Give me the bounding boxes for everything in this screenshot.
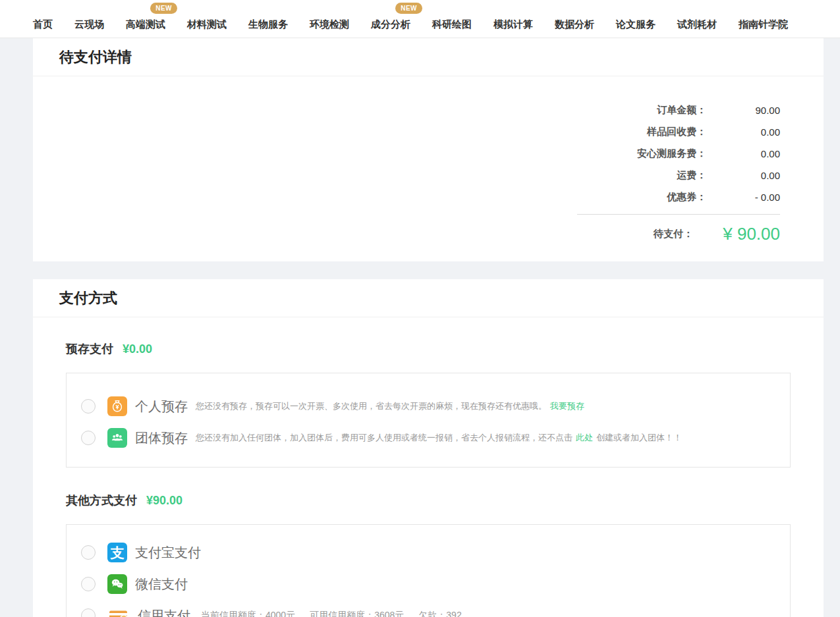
other-options-box: 支 支付宝支付 微信支付 bbox=[66, 524, 791, 617]
credit-info: 当前信用额度：4000元 可用信用额度：3608元 欠款：392 bbox=[201, 610, 462, 617]
wechat-icon bbox=[107, 574, 127, 594]
desc-text: 您还没有预存，预存可以一次开票、多次使用，省去每次开票的麻烦，现在预存还有优惠哦… bbox=[196, 401, 547, 411]
nav-label: 生物服务 bbox=[248, 18, 288, 30]
nav-item-material-test[interactable]: 材料测试 bbox=[187, 18, 227, 38]
nav-label: 高端测试 bbox=[126, 18, 165, 30]
nav-item-home[interactable]: 首页 bbox=[33, 18, 53, 38]
nav-item-highend-test[interactable]: 高端测试NEW bbox=[126, 18, 165, 38]
pending-payment-title: 待支付详情 bbox=[33, 38, 824, 76]
credit-card-icon bbox=[107, 606, 130, 617]
nav-item-data-analysis[interactable]: 数据分析 bbox=[555, 18, 594, 38]
summary-value: - 0.00 bbox=[706, 192, 780, 203]
order-summary: 订单金额： 90.00 样品回收费： 0.00 安心测服务费： 0.00 运费：… bbox=[577, 104, 780, 244]
total-amount: ¥ 90.00 bbox=[693, 224, 780, 244]
credit-available-limit: 可用信用额度：3608元 bbox=[310, 610, 404, 617]
top-navbar: 首页 云现场 高端测试NEW 材料测试 生物服务 环境检测 成分分析NEW 科研… bbox=[0, 0, 840, 38]
summary-total-row: 待支付： ¥ 90.00 bbox=[577, 224, 780, 244]
summary-row-sample-return-fee: 样品回收费： 0.00 bbox=[577, 126, 780, 138]
credit-current-limit: 当前信用额度：4000元 bbox=[201, 610, 295, 617]
nav-label: 首页 bbox=[33, 18, 53, 30]
new-badge: NEW bbox=[150, 3, 177, 14]
nav-label: 试剂耗材 bbox=[677, 18, 717, 30]
option-name: 支付宝支付 bbox=[135, 544, 201, 562]
summary-label: 运费： bbox=[677, 169, 706, 182]
option-credit[interactable]: 信用支付 当前信用额度：4000元 可用信用额度：3608元 欠款：392 bbox=[67, 600, 790, 617]
nav-item-simulation[interactable]: 模拟计算 bbox=[493, 18, 533, 38]
summary-label: 优惠券： bbox=[667, 191, 706, 203]
nav-item-sci-drawing[interactable]: 科研绘图 bbox=[432, 18, 472, 38]
option-name: 信用支付 bbox=[138, 607, 190, 617]
option-name: 团体预存 bbox=[135, 429, 188, 447]
wechat-radio[interactable] bbox=[81, 577, 96, 591]
option-name: 个人预存 bbox=[135, 398, 188, 416]
option-description: 您还没有加入任何团体，加入团体后，费用可多人使用或者统一报销，省去个人报销流程，… bbox=[196, 432, 682, 444]
nav-item-env-test[interactable]: 环境检测 bbox=[310, 18, 349, 38]
nav-label: 数据分析 bbox=[555, 18, 594, 30]
nav-label: 科研绘图 bbox=[432, 18, 472, 30]
summary-row-order-amount: 订单金额： 90.00 bbox=[577, 104, 780, 117]
credit-debt: 欠款：392 bbox=[418, 610, 461, 617]
other-payment-heading: 其他方式支付¥90.00 bbox=[66, 493, 791, 508]
summary-value: 0.00 bbox=[706, 148, 780, 159]
group-people-icon bbox=[107, 428, 127, 448]
alipay-icon-glyph: 支 bbox=[111, 546, 125, 560]
personal-prestore-radio[interactable] bbox=[81, 399, 96, 414]
pending-payment-card: 待支付详情 订单金额： 90.00 样品回收费： 0.00 安心测服务费： 0.… bbox=[33, 38, 824, 261]
prestore-heading: 预存支付¥0.00 bbox=[66, 341, 791, 357]
join-group-link[interactable]: 此处 bbox=[576, 433, 593, 443]
summary-value: 90.00 bbox=[706, 105, 780, 116]
nav-item-reagent[interactable]: 试剂耗材 bbox=[677, 18, 717, 38]
other-heading-label: 其他方式支付 bbox=[66, 494, 137, 507]
payment-method-title: 支付方式 bbox=[33, 279, 824, 317]
alipay-icon: 支 bbox=[107, 543, 127, 562]
summary-row-coupon: 优惠券： - 0.00 bbox=[577, 191, 780, 203]
desc-text: 创建或者加入团体！！ bbox=[596, 433, 682, 443]
nav-label: 材料测试 bbox=[187, 18, 227, 30]
total-label: 待支付： bbox=[654, 228, 693, 240]
summary-value: 0.00 bbox=[706, 126, 780, 138]
money-bag-icon bbox=[107, 396, 127, 416]
alipay-radio[interactable] bbox=[81, 545, 96, 560]
summary-label: 安心测服务费： bbox=[637, 148, 706, 160]
payment-method-card: 支付方式 预存支付¥0.00 个人预存 您还没有预存，预存可以一次开票、多次使用… bbox=[33, 279, 824, 617]
option-group-prestore[interactable]: 团体预存 您还没有加入任何团体，加入团体后，费用可多人使用或者统一报销，省去个人… bbox=[67, 422, 790, 454]
summary-row-assurance-fee: 安心测服务费： 0.00 bbox=[577, 148, 780, 160]
nav-label: 环境检测 bbox=[310, 18, 349, 30]
option-personal-prestore[interactable]: 个人预存 您还没有预存，预存可以一次开票、多次使用，省去每次开票的麻烦，现在预存… bbox=[67, 390, 790, 422]
new-badge: NEW bbox=[395, 3, 422, 14]
other-payment-amount: ¥90.00 bbox=[146, 494, 182, 507]
prestore-options-box: 个人预存 您还没有预存，预存可以一次开票、多次使用，省去每次开票的麻烦，现在预存… bbox=[66, 373, 791, 468]
desc-text: 您还没有加入任何团体，加入团体后，费用可多人使用或者统一报销，省去个人报销流程，… bbox=[196, 433, 573, 443]
option-name: 微信支付 bbox=[135, 576, 188, 593]
nav-label: 云现场 bbox=[74, 18, 104, 30]
nav-label: 论文服务 bbox=[616, 18, 656, 30]
summary-label: 样品回收费： bbox=[647, 126, 706, 138]
prestore-now-link[interactable]: 我要预存 bbox=[550, 401, 584, 411]
nav-item-academy[interactable]: 指南针学院 bbox=[739, 18, 788, 38]
nav-label: 成分分析 bbox=[371, 18, 410, 30]
nav-item-cloud-site[interactable]: 云现场 bbox=[74, 18, 104, 38]
nav-item-bio-service[interactable]: 生物服务 bbox=[248, 18, 288, 38]
option-description: 您还没有预存，预存可以一次开票、多次使用，省去每次开票的麻烦，现在预存还有优惠哦… bbox=[196, 400, 588, 412]
nav-label: 指南针学院 bbox=[739, 18, 788, 30]
group-prestore-radio[interactable] bbox=[81, 431, 96, 445]
option-alipay[interactable]: 支 支付宝支付 bbox=[67, 537, 790, 568]
nav-item-composition-analysis[interactable]: 成分分析NEW bbox=[371, 18, 410, 38]
prestore-amount: ¥0.00 bbox=[123, 342, 152, 356]
summary-row-shipping-fee: 运费： 0.00 bbox=[577, 169, 780, 182]
option-wechat[interactable]: 微信支付 bbox=[67, 568, 790, 600]
credit-radio[interactable] bbox=[81, 608, 96, 617]
summary-divider bbox=[577, 214, 780, 215]
nav-label: 模拟计算 bbox=[493, 18, 533, 30]
summary-label: 订单金额： bbox=[657, 104, 706, 117]
nav-item-paper-service[interactable]: 论文服务 bbox=[616, 18, 656, 38]
prestore-heading-label: 预存支付 bbox=[66, 342, 113, 356]
summary-value: 0.00 bbox=[706, 170, 780, 181]
